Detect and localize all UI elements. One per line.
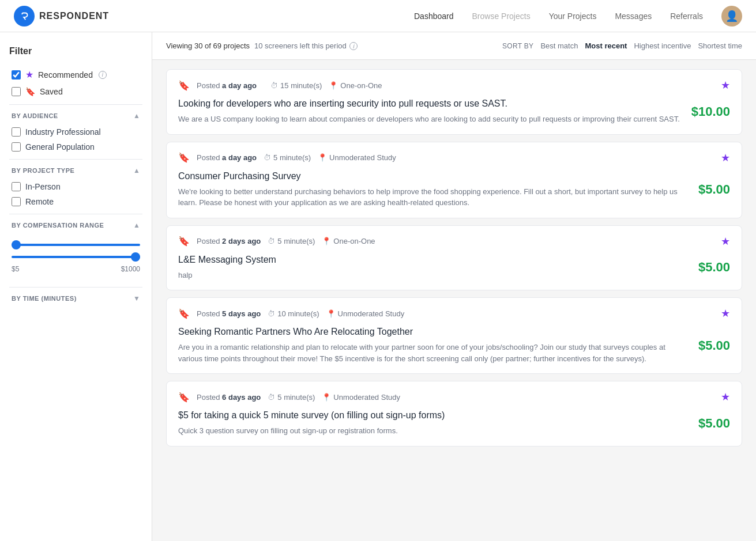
meta-location-1: 📍 One-on-One [329, 81, 382, 90]
filter-in-person[interactable]: In-Person [9, 179, 142, 194]
saved-checkbox[interactable] [12, 87, 21, 96]
project-price-3: $5.00 [698, 260, 730, 275]
filter-recommended-section: ★ Recommended i 🔖 Saved [9, 66, 142, 100]
filter-saved[interactable]: 🔖 Saved [9, 84, 142, 100]
project-info-3: L&E Messaging System halp [178, 255, 689, 281]
nav-browse-projects[interactable]: Browse Projects [472, 12, 530, 21]
meta-location-2: 📍 Unmoderated Study [318, 153, 396, 162]
recommended-info-icon[interactable]: i [99, 71, 107, 79]
project-card-5[interactable]: 🔖 Posted 6 days ago ⏱ 5 minute(s) 📍 Unmo… [166, 381, 742, 447]
compensation-range-control: $5 $1000 [9, 234, 142, 282]
by-project-type-chevron: ▲ [133, 167, 140, 175]
project-meta-5: 🔖 Posted 6 days ago ⏱ 5 minute(s) 📍 Unmo… [178, 391, 730, 403]
star-button-2[interactable]: ★ [721, 152, 730, 164]
location-icon-2: 📍 [318, 153, 327, 162]
location-icon-5: 📍 [322, 393, 331, 402]
project-desc-1: We are a US company looking to learn abo… [178, 114, 682, 125]
posted-time-3: 2 days ago [222, 237, 261, 245]
project-price-2: $5.00 [698, 182, 730, 197]
industry-professional-checkbox[interactable] [12, 127, 21, 137]
project-title-1: Looking for developers who are inserting… [178, 99, 682, 109]
nav-referrals[interactable]: Referrals [670, 12, 703, 21]
duration-5: 5 minute(s) [277, 393, 315, 402]
project-card-2[interactable]: 🔖 Posted a day ago ⏱ 5 minute(s) 📍 Unmod… [166, 142, 742, 218]
by-project-type-section: BY PROJECT TYPE ▲ In-Person Remote [9, 159, 142, 209]
by-project-type-label: BY PROJECT TYPE [12, 167, 74, 174]
comp-range-max-slider[interactable] [12, 256, 140, 258]
nav-your-projects[interactable]: Your Projects [549, 12, 597, 21]
comp-range-min-slider[interactable] [12, 244, 140, 246]
project-title-3: L&E Messaging System [178, 255, 689, 265]
screeners-left-text: 10 screeners left this period [254, 41, 347, 50]
nav-messages[interactable]: Messages [615, 12, 652, 21]
by-compensation-header[interactable]: BY COMPENSATION RANGE ▲ [9, 214, 142, 234]
in-person-label: In-Person [25, 182, 61, 191]
remote-checkbox[interactable] [12, 197, 21, 206]
project-info-4: Seeking Romantic Partners Who Are Reloca… [178, 327, 689, 364]
star-button-5[interactable]: ★ [721, 391, 730, 403]
filter-industry-professional[interactable]: Industry Professional [9, 124, 142, 139]
by-time-section: BY TIME (MINUTES) ▼ [9, 287, 142, 307]
star-button-1[interactable]: ★ [721, 79, 730, 92]
project-content-3: L&E Messaging System halp $5.00 [178, 255, 730, 281]
by-project-type-header[interactable]: BY PROJECT TYPE ▲ [9, 159, 142, 179]
project-content-5: $5 for taking a quick 5 minute survey (o… [178, 410, 730, 437]
clock-icon-3: ⏱ [268, 237, 275, 245]
by-time-label: BY TIME (MINUTES) [12, 295, 77, 302]
meta-location-5: 📍 Unmoderated Study [322, 393, 400, 402]
bookmark-icon: 🔖 [25, 87, 35, 96]
viewing-count: Viewing 30 of 69 projects [166, 41, 250, 50]
location-text-3: One-on-One [333, 237, 375, 245]
logo-icon [14, 6, 35, 27]
avatar[interactable]: 👤 [721, 6, 742, 27]
project-card-3[interactable]: 🔖 Posted 2 days ago ⏱ 5 minute(s) 📍 One-… [166, 225, 742, 291]
filter-general-population[interactable]: General Population [9, 139, 142, 154]
filter-recommended[interactable]: ★ Recommended i [9, 66, 142, 84]
project-content-1: Looking for developers who are inserting… [178, 99, 730, 125]
meta-location-4: 📍 Unmoderated Study [326, 309, 405, 318]
project-title-4: Seeking Romantic Partners Who Are Reloca… [178, 327, 689, 337]
star-button-3[interactable]: ★ [721, 235, 730, 248]
logo[interactable]: RESPONDENT [14, 6, 109, 27]
in-person-checkbox[interactable] [12, 182, 21, 191]
sort-shortest-time[interactable]: Shortest time [698, 41, 742, 50]
project-price-5: $5.00 [698, 416, 730, 431]
logo-text: RESPONDENT [39, 11, 109, 21]
sort-most-recent[interactable]: Most recent [585, 41, 627, 50]
saved-label: Saved [40, 87, 63, 96]
general-population-label: General Population [25, 142, 95, 152]
by-time-chevron: ▼ [133, 294, 140, 302]
meta-time-4: ⏱ 10 minute(s) [268, 309, 319, 318]
results-header: Viewing 30 of 69 projects 10 screeners l… [152, 32, 756, 60]
filter-title: Filter [9, 46, 142, 56]
nav-dashboard[interactable]: Dashboard [414, 12, 454, 21]
filter-remote[interactable]: Remote [9, 194, 142, 209]
general-population-checkbox[interactable] [12, 142, 21, 152]
project-card-1[interactable]: 🔖 Posted a day ago ⏱ 15 minute(s) 📍 One-… [166, 69, 742, 135]
project-info-5: $5 for taking a quick 5 minute survey (o… [178, 410, 689, 437]
industry-professional-label: Industry Professional [25, 127, 101, 137]
project-meta-4: 🔖 Posted 5 days ago ⏱ 10 minute(s) 📍 Unm… [178, 307, 730, 320]
clock-icon-2: ⏱ [264, 153, 271, 162]
sort-best-match[interactable]: Best match [540, 41, 578, 50]
comp-max-label: $1000 [121, 265, 140, 273]
star-button-4[interactable]: ★ [721, 307, 730, 320]
project-card-4[interactable]: 🔖 Posted 5 days ago ⏱ 10 minute(s) 📍 Unm… [166, 297, 742, 374]
project-desc-2: We're looking to better understand purch… [178, 186, 689, 209]
by-audience-header[interactable]: BY AUDIENCE ▲ [9, 104, 142, 124]
sort-highest-incentive[interactable]: Highest incentive [634, 41, 691, 50]
screeners-info-icon[interactable]: i [349, 42, 358, 50]
location-text-4: Unmoderated Study [338, 309, 405, 318]
recommended-checkbox[interactable] [12, 70, 21, 80]
by-compensation-section: BY COMPENSATION RANGE ▲ $5 $1000 [9, 214, 142, 282]
location-text-1: One-on-One [340, 81, 382, 90]
project-content-2: Consumer Purchasing Survey We're looking… [178, 171, 730, 209]
project-title-5: $5 for taking a quick 5 minute survey (o… [178, 410, 689, 421]
by-time-header[interactable]: BY TIME (MINUTES) ▼ [9, 287, 142, 307]
sort-by-label: SORT BY [502, 42, 533, 50]
location-text-5: Unmoderated Study [333, 393, 400, 402]
duration-4: 10 minute(s) [277, 309, 319, 318]
location-icon-4: 📍 [326, 309, 336, 318]
location-icon-1: 📍 [329, 81, 338, 90]
posted-time-1: a day ago [222, 81, 257, 90]
